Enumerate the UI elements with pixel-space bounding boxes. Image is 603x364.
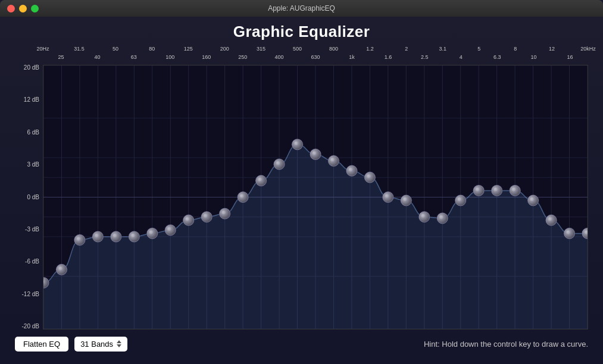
freq-labels-top: 20Hz2531.5405063801001251602002503154005…	[43, 46, 588, 65]
close-button[interactable]	[7, 5, 15, 12]
freq-label: 2	[405, 46, 408, 52]
svg-point-60	[149, 230, 153, 234]
freq-label: 630	[311, 54, 320, 60]
grid-canvas[interactable]	[43, 65, 588, 330]
db-label: 20 dB	[12, 65, 39, 71]
freq-label: 1.2	[366, 46, 374, 52]
db-label: 0 dB	[12, 194, 39, 200]
traffic-lights	[7, 5, 39, 12]
svg-point-129	[567, 230, 570, 234]
freq-label: 1.6	[385, 54, 392, 60]
svg-point-123	[530, 197, 534, 201]
freq-label: 4	[460, 54, 463, 60]
freq-label: 100	[165, 54, 174, 60]
title-bar: Apple: AUGraphicEQ	[0, 0, 603, 17]
freq-label: 31.5	[74, 46, 85, 52]
chevron-up-icon	[117, 340, 121, 343]
freq-label: 12	[549, 46, 555, 52]
bands-selector-button[interactable]: 31 Bands	[74, 337, 127, 352]
freq-label: 80	[149, 46, 155, 52]
freq-label: 40	[95, 54, 101, 60]
freq-label: 3.1	[439, 46, 446, 52]
freq-label: 20kHz	[580, 46, 596, 52]
freq-label: 125	[184, 46, 193, 52]
svg-point-45	[58, 266, 62, 270]
hint-text: Hint: Hold down the control key to draw …	[424, 340, 588, 349]
db-label: 12 dB	[12, 97, 39, 103]
flatten-eq-button[interactable]: Flatten EQ	[15, 337, 68, 352]
bottom-left-controls: Flatten EQ 31 Bands	[15, 337, 127, 352]
svg-point-69	[204, 214, 207, 218]
freq-label: 160	[202, 54, 211, 60]
freq-label: 63	[131, 54, 137, 60]
svg-point-93	[349, 168, 352, 171]
svg-point-114	[476, 187, 479, 191]
window-title: Apple: AUGraphicEQ	[268, 4, 335, 12]
svg-point-63	[167, 227, 171, 231]
bottom-bar: Flatten EQ 31 Bands Hint: Hold down the …	[12, 330, 591, 358]
bands-label: 31 Bands	[80, 340, 113, 349]
svg-point-84	[295, 142, 298, 145]
chevron-icon	[117, 340, 121, 347]
chevron-down-icon	[117, 344, 121, 347]
svg-point-120	[512, 187, 515, 191]
svg-point-72	[222, 211, 226, 214]
svg-point-108	[439, 215, 443, 219]
eq-container: 20Hz2531.5405063801001251602002503154005…	[12, 46, 591, 330]
db-label: -3 dB	[12, 227, 39, 233]
svg-point-66	[186, 217, 189, 221]
db-label: -12 dB	[12, 291, 39, 297]
svg-point-51	[95, 234, 98, 237]
main-content: Graphic Equalizer 20Hz2531.5405063801001…	[0, 17, 603, 364]
freq-label: 250	[238, 54, 247, 60]
page-title: Graphic Equalizer	[12, 23, 591, 41]
svg-point-105	[421, 214, 425, 218]
db-label: -6 dB	[12, 259, 39, 265]
freq-label: 1k	[349, 54, 355, 60]
freq-label: 50	[113, 46, 118, 52]
freq-label: 800	[329, 46, 338, 52]
svg-point-87	[313, 152, 316, 155]
svg-point-99	[385, 194, 389, 198]
freq-label: 6.3	[493, 54, 501, 60]
svg-point-57	[131, 234, 135, 237]
svg-point-117	[494, 187, 498, 191]
freq-label: 5	[477, 46, 480, 52]
svg-point-96	[367, 174, 370, 178]
svg-point-75	[240, 194, 243, 198]
svg-point-48	[77, 237, 80, 240]
db-labels: 20 dB12 dB6 dB3 dB0 dB-3 dB-6 dB-12 dB-2…	[12, 65, 43, 330]
graph-area: 20 dB12 dB6 dB3 dB0 dB-3 dB-6 dB-12 dB-2…	[12, 65, 588, 330]
svg-point-81	[276, 161, 280, 165]
svg-point-126	[548, 217, 552, 221]
svg-point-90	[330, 158, 334, 162]
freq-label: 8	[514, 46, 517, 52]
freq-label: 25	[58, 54, 64, 60]
svg-point-54	[113, 234, 117, 237]
freq-label: 20Hz	[36, 46, 49, 52]
freq-label: 315	[257, 46, 265, 52]
db-label: 3 dB	[12, 162, 39, 168]
svg-point-78	[258, 178, 262, 181]
freq-label: 400	[274, 54, 283, 60]
svg-point-102	[403, 197, 407, 201]
minimize-button[interactable]	[19, 5, 27, 12]
fullscreen-button[interactable]	[31, 5, 39, 12]
freq-label: 500	[293, 46, 302, 52]
freq-label: 16	[567, 54, 573, 60]
svg-point-111	[458, 197, 461, 201]
freq-label: 10	[530, 54, 536, 60]
freq-label: 2.5	[421, 54, 429, 60]
db-label: -20 dB	[12, 324, 39, 330]
freq-label: 200	[220, 46, 229, 52]
db-label: 6 dB	[12, 130, 39, 136]
